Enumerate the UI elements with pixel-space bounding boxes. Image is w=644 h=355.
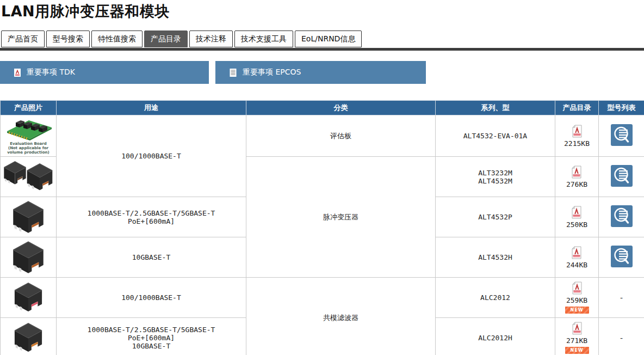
important-notice-epcos-banner[interactable]: 重要事项 EPCOS xyxy=(215,61,426,84)
catalog-pdf-link[interactable]: 2215KB xyxy=(564,125,590,148)
tab-technical-notes[interactable]: 技术注释 xyxy=(189,30,233,47)
pdf-file-icon xyxy=(570,166,583,180)
product-photo-evaluation-board: Evaluation Board (Not applicable for vol… xyxy=(2,117,54,155)
model-list-button[interactable] xyxy=(611,165,633,187)
catalog-file-size: 2215KB xyxy=(564,139,590,148)
series-cell: ALT3232M ALT4532M xyxy=(436,157,555,197)
header-usage: 用途 xyxy=(57,101,246,115)
pulse-transformer-image xyxy=(2,240,54,275)
table-header-row: 产品照片 用途 分类 系列、型 产品目录 型号列表 xyxy=(1,101,644,115)
catalog-file-size: 250KB xyxy=(566,221,587,229)
category-cell: 评估板 xyxy=(246,115,436,157)
product-photo-common-mode-filter xyxy=(2,281,54,314)
evaluation-board-image xyxy=(3,117,54,141)
model-list-cell xyxy=(599,115,644,157)
pulse-transformer-pair-image xyxy=(2,161,54,193)
catalog-cell: 271KB NEW xyxy=(555,318,599,355)
header-category: 分类 xyxy=(246,101,436,115)
product-photo-cell xyxy=(1,278,57,318)
catalog-pdf-link[interactable]: 276KB xyxy=(566,166,587,188)
catalog-cell: 2215KB xyxy=(555,115,599,157)
series-cell: ALT4532H xyxy=(436,237,555,278)
catalog-cell: 244KB xyxy=(555,237,599,278)
product-table: 产品照片 用途 分类 系列、型 产品目录 型号列表 xyxy=(0,100,644,355)
page: LAN用脉冲变压器和模块 产品首页 型号搜索 特性值搜索 产品目录 技术注释 技… xyxy=(0,2,644,355)
common-mode-filter-image xyxy=(2,322,54,354)
series-cell: ALC2012H xyxy=(436,318,555,355)
tab-product-catalog[interactable]: 产品目录 xyxy=(144,30,188,47)
important-notice-tdk-banner[interactable]: 重要事项 TDK xyxy=(0,61,209,84)
product-photo-pulse-transformer xyxy=(2,240,54,275)
model-list-icon xyxy=(611,205,633,227)
model-list-cell xyxy=(599,197,644,237)
banner-label: 重要事项 EPCOS xyxy=(243,68,301,77)
product-photo-pulse-transformer-pair xyxy=(2,161,54,193)
model-list-cell xyxy=(599,157,644,197)
model-list-icon xyxy=(611,246,633,267)
banner-row: 重要事项 TDK 重要事项 EPCOS xyxy=(0,61,644,84)
pdf-file-icon xyxy=(571,125,584,139)
product-photo-cell: Evaluation Board (Not applicable for vol… xyxy=(1,115,57,157)
catalog-cell: 250KB xyxy=(555,197,599,237)
catalog-file-size: 276KB xyxy=(566,180,587,188)
product-photo-cell xyxy=(1,237,57,278)
model-list-button[interactable] xyxy=(611,205,633,227)
product-photo-cell xyxy=(1,157,57,197)
no-model-list-dash: - xyxy=(620,293,623,302)
header-model-list: 型号列表 xyxy=(599,101,644,115)
model-list-button[interactable] xyxy=(611,246,633,267)
usage-cell: 100/1000BASE-T xyxy=(57,115,246,197)
header-series-type: 系列、型 xyxy=(436,101,555,115)
catalog-pdf-link[interactable]: 259KB NEW xyxy=(565,281,589,314)
catalog-file-size: 271KB xyxy=(566,336,587,345)
model-list-cell: - xyxy=(599,278,644,318)
no-model-list-dash: - xyxy=(620,334,623,342)
table-row: 100/1000BASE-T 共模滤波器 ALC2012 259KB NEW - xyxy=(1,278,644,318)
pdf-file-icon xyxy=(571,322,584,336)
catalog-cell: 259KB NEW xyxy=(555,278,599,318)
model-list-icon xyxy=(611,165,633,187)
pdf-file-icon xyxy=(570,206,583,220)
tab-eol-nrnd-info[interactable]: EoL/NRND信息 xyxy=(295,30,362,47)
table-row: Evaluation Board (Not applicable for vol… xyxy=(1,115,644,157)
evaluation-board-caption: Evaluation Board (Not applicable for vol… xyxy=(7,142,49,155)
tab-characteristics-search[interactable]: 特性值搜索 xyxy=(91,30,143,47)
catalog-pdf-link[interactable]: 250KB xyxy=(566,206,587,229)
model-list-button[interactable] xyxy=(611,124,633,146)
model-list-icon xyxy=(611,124,633,146)
header-product-photo: 产品照片 xyxy=(1,101,57,115)
series-cell: ALC2012 xyxy=(436,278,555,318)
page-title: LAN用脉冲变压器和模块 xyxy=(1,2,644,21)
tab-underline xyxy=(0,48,644,51)
category-cell: 脉冲变压器 xyxy=(246,157,436,278)
document-icon xyxy=(229,68,237,77)
common-mode-filter-image xyxy=(2,281,54,314)
product-photo-cell xyxy=(1,318,57,355)
new-badge: NEW xyxy=(565,347,589,354)
catalog-pdf-link[interactable]: 271KB NEW xyxy=(565,322,589,354)
new-badge: NEW xyxy=(565,307,589,314)
pulse-transformer-image xyxy=(2,200,54,235)
catalog-pdf-link[interactable]: 244KB xyxy=(566,246,587,269)
tab-part-number-search[interactable]: 型号搜索 xyxy=(46,30,90,47)
product-photo-common-mode-filter xyxy=(2,322,54,354)
banner-label: 重要事项 TDK xyxy=(27,68,75,77)
tab-technical-support-tools[interactable]: 技术支援工具 xyxy=(234,30,293,47)
series-cell: ALT4532P xyxy=(436,197,555,237)
pdf-icon xyxy=(14,68,21,77)
category-cell: 共模滤波器 xyxy=(246,278,436,355)
product-photo-cell xyxy=(1,197,57,237)
catalog-file-size: 244KB xyxy=(566,261,587,269)
pdf-file-icon xyxy=(571,281,584,296)
usage-cell: 10GBASE-T xyxy=(57,237,246,278)
catalog-file-size: 259KB xyxy=(566,296,587,304)
tab-product-home[interactable]: 产品首页 xyxy=(1,30,45,47)
product-photo-pulse-transformer xyxy=(2,200,54,235)
usage-cell: 1000BASE-T/2.5GBASE-T/5GBASE-T PoE+[600m… xyxy=(57,318,246,355)
usage-cell: 100/1000BASE-T xyxy=(57,278,246,318)
pdf-file-icon xyxy=(570,246,583,260)
tab-bar: 产品首页 型号搜索 特性值搜索 产品目录 技术注释 技术支援工具 EoL/NRN… xyxy=(1,30,644,47)
model-list-cell: - xyxy=(599,318,644,355)
model-list-cell xyxy=(599,237,644,278)
usage-cell: 1000BASE-T/2.5GBASE-T/5GBASE-T PoE+[600m… xyxy=(57,197,246,237)
